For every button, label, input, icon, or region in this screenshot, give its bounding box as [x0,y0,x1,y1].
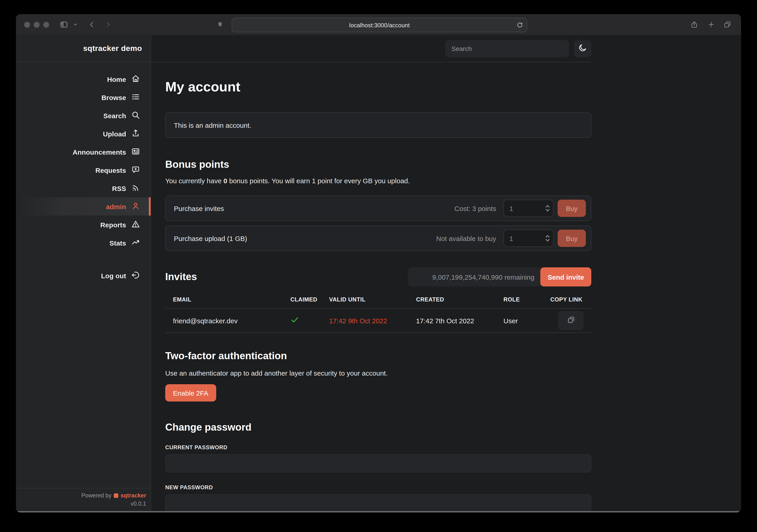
sidebar-item-label: Search [103,112,126,119]
rss-icon [131,183,140,193]
send-invite-button[interactable]: Send invite [540,267,591,287]
copy-icon [566,316,575,325]
invite-email: friend@sqtracker.dev [173,317,290,324]
twofa-description: Use an authenticator app to add another … [165,369,591,377]
back-icon[interactable] [88,21,96,28]
sidebar-item-upload[interactable]: Upload [16,125,151,143]
col-email: EMAIL [173,296,290,303]
sidebar-item-label: admin [106,203,126,210]
invite-valid-until: 17:42 9th Oct 2022 [329,317,416,324]
new-password-label: NEW PASSWORD [165,484,591,490]
sidebar-item-home[interactable]: Home [16,70,151,88]
copy-link-button[interactable] [558,311,584,330]
new-tab-icon[interactable] [708,21,715,28]
sidebar: sqtracker demo Home Browse Search [16,35,151,513]
current-password-field[interactable] [165,454,591,472]
refresh-icon[interactable] [517,22,523,28]
shield-icon[interactable] [217,21,224,28]
sidebar-item-browse[interactable]: Browse [16,88,151,106]
sidebar-item-label: Announcements [73,148,126,156]
sidebar-item-announcements[interactable]: Announcements [16,143,151,161]
bonus-points-value: 0 [224,177,227,184]
admin-notice: This is an admin account. [165,112,591,138]
quantity-input[interactable] [509,235,545,242]
invite-role: User [503,317,550,324]
sqtracker-link[interactable]: sqtracker [120,492,146,499]
buy-invites-button[interactable]: Buy [558,200,586,217]
twofa-heading: Two-factor authentication [165,350,591,362]
version-text: v0.0.1 [20,501,146,507]
horizontal-scrollbar[interactable] [16,511,741,513]
bonus-text-after: bonus points. You will earn 1 point for … [227,177,410,184]
theme-toggle-button[interactable] [574,40,591,57]
sidebar-item-label: Reports [100,221,126,229]
sidebar-item-stats[interactable]: Stats [16,234,151,252]
powered-by-text: Powered by [81,492,111,499]
sidebar-item-search[interactable]: Search [16,106,151,125]
search-icon [131,110,140,121]
invites-heading: Invites [165,271,197,283]
new-password-field[interactable] [165,494,591,513]
page-title: My account [165,79,591,95]
purchase-invites-row: Purchase invites Cost: 3 points Buy [165,196,591,221]
bonus-text-before: You currently have [165,177,224,184]
chevron-down-icon[interactable] [73,22,78,27]
invites-remaining-text: 9,007,199,254,740,990 remaining [408,273,540,281]
purchase-upload-label: Purchase upload (1 GB) [174,235,247,242]
address-bar[interactable]: localhost:3000/account [232,18,527,32]
sidebar-item-requests[interactable]: Requests [16,161,151,179]
sidebar-item-account-admin[interactable]: admin [16,197,151,215]
app: sqtracker demo Home Browse Search [16,35,741,513]
main-header [151,35,591,62]
table-row: friend@sqtracker.dev 17:42 9th Oct 2022 … [165,308,591,333]
stepper-arrows-icon[interactable] [545,234,550,243]
change-password-heading: Change password [165,422,591,433]
col-created: CREATED [416,296,503,303]
purchase-upload-status: Not available to buy [436,235,497,242]
sidebar-item-label: Log out [101,272,126,279]
invites-header: Invites 9,007,199,254,740,990 remaining … [165,267,591,287]
warning-icon [131,219,140,230]
newspaper-icon [131,147,140,157]
bonus-points-heading: Bonus points [165,159,591,171]
sidebar-item-label: Browse [102,94,126,101]
message-plus-icon [131,165,140,175]
minimize-window-button[interactable] [34,22,40,28]
zoom-window-button[interactable] [43,22,49,28]
invites-table: EMAIL CLAIMED VALID UNTIL CREATED ROLE C… [165,296,591,333]
upload-icon [131,128,140,139]
quantity-stepper[interactable] [503,200,554,217]
quantity-stepper[interactable] [503,230,554,247]
invites-table-header: EMAIL CLAIMED VALID UNTIL CREATED ROLE C… [165,296,591,308]
sidebar-toggle-icon[interactable] [60,20,68,29]
search-input[interactable] [445,40,569,57]
enable-2fa-button[interactable]: Enable 2FA [165,384,216,402]
sidebar-footer: Powered by sqtracker v0.0.1 [16,488,151,513]
browser-toolbar: localhost:3000/account [16,14,741,35]
admin-notice-text: This is an admin account. [174,121,251,129]
sidebar-item-logout[interactable]: Log out [16,266,151,285]
stepper-arrows-icon[interactable] [545,204,550,213]
user-icon [131,201,140,212]
tab-overview-icon[interactable] [723,20,732,29]
sidebar-item-label: RSS [112,184,126,192]
screen: localhost:3000/account sqtracker demo [0,0,757,532]
invites-remaining-box: 9,007,199,254,740,990 remaining Send inv… [408,267,591,287]
quantity-input[interactable] [509,204,545,212]
trending-up-icon [131,238,140,248]
forward-icon[interactable] [104,21,112,28]
account-page: My account This is an admin account. Bon… [151,62,591,513]
app-logo: sqtracker demo [16,35,151,62]
current-password-label: CURRENT PASSWORD [165,444,591,451]
share-icon[interactable] [690,20,698,29]
sidebar-item-rss[interactable]: RSS [16,179,151,197]
close-window-button[interactable] [24,22,30,28]
col-claimed: CLAIMED [290,296,329,303]
invite-created: 17:42 7th Oct 2022 [416,317,503,324]
logout-icon [131,270,140,281]
sidebar-item-reports[interactable]: Reports [16,215,151,234]
moon-icon [578,43,587,54]
url-text: localhost:3000/account [349,22,410,28]
buy-upload-button[interactable]: Buy [558,230,586,247]
sidebar-item-label: Stats [109,239,126,247]
